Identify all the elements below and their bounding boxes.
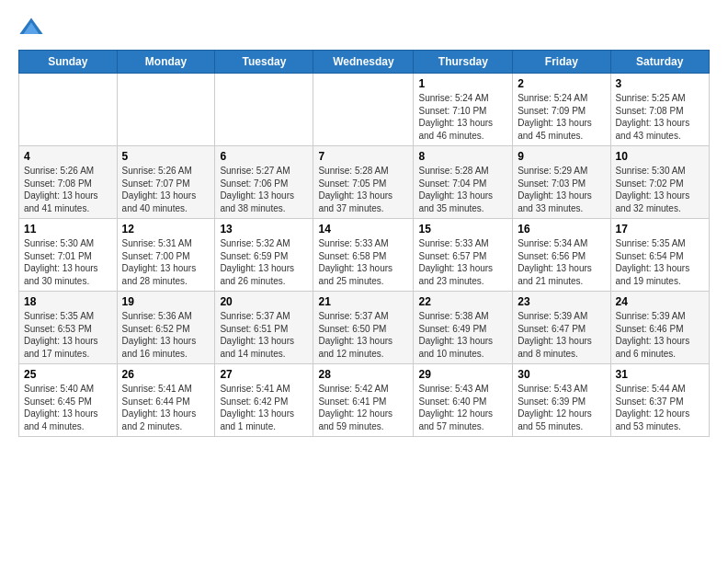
day-cell: 16Sunrise: 5:34 AM Sunset: 6:56 PM Dayli… <box>513 219 610 292</box>
day-cell: 27Sunrise: 5:41 AM Sunset: 6:42 PM Dayli… <box>215 364 313 437</box>
day-number: 30 <box>518 368 605 381</box>
weekday-header-row: SundayMondayTuesdayWednesdayThursdayFrid… <box>19 51 710 74</box>
day-cell: 5Sunrise: 5:26 AM Sunset: 7:07 PM Daylig… <box>117 146 215 219</box>
day-info: Sunrise: 5:28 AM Sunset: 7:05 PM Dayligh… <box>318 165 408 214</box>
day-cell: 18Sunrise: 5:35 AM Sunset: 6:53 PM Dayli… <box>19 292 118 364</box>
day-info: Sunrise: 5:26 AM Sunset: 7:08 PM Dayligh… <box>24 165 112 214</box>
day-number: 19 <box>122 295 210 308</box>
logo-icon <box>18 15 44 40</box>
week-row-4: 18Sunrise: 5:35 AM Sunset: 6:53 PM Dayli… <box>19 292 710 364</box>
day-info: Sunrise: 5:34 AM Sunset: 6:56 PM Dayligh… <box>518 237 605 287</box>
day-info: Sunrise: 5:28 AM Sunset: 7:04 PM Dayligh… <box>418 165 507 214</box>
day-cell: 11Sunrise: 5:30 AM Sunset: 7:01 PM Dayli… <box>19 219 118 292</box>
day-cell: 10Sunrise: 5:30 AM Sunset: 7:02 PM Dayli… <box>610 146 709 219</box>
day-number: 22 <box>418 295 507 308</box>
day-cell: 14Sunrise: 5:33 AM Sunset: 6:58 PM Dayli… <box>313 219 414 292</box>
day-cell: 24Sunrise: 5:39 AM Sunset: 6:46 PM Dayli… <box>610 292 709 364</box>
day-info: Sunrise: 5:36 AM Sunset: 6:52 PM Dayligh… <box>122 310 210 360</box>
day-info: Sunrise: 5:27 AM Sunset: 7:06 PM Dayligh… <box>220 165 308 214</box>
day-number: 23 <box>518 295 605 308</box>
day-cell: 4Sunrise: 5:26 AM Sunset: 7:08 PM Daylig… <box>19 146 118 219</box>
day-number: 5 <box>122 150 210 163</box>
day-number: 6 <box>220 150 308 163</box>
day-cell: 30Sunrise: 5:43 AM Sunset: 6:39 PM Dayli… <box>513 364 610 437</box>
day-number: 20 <box>220 295 308 308</box>
day-info: Sunrise: 5:41 AM Sunset: 6:44 PM Dayligh… <box>122 383 210 432</box>
week-row-5: 25Sunrise: 5:40 AM Sunset: 6:45 PM Dayli… <box>19 364 710 437</box>
day-info: Sunrise: 5:43 AM Sunset: 6:39 PM Dayligh… <box>518 383 605 432</box>
day-number: 14 <box>318 223 408 236</box>
day-cell: 1Sunrise: 5:24 AM Sunset: 7:10 PM Daylig… <box>414 74 513 146</box>
day-cell: 23Sunrise: 5:39 AM Sunset: 6:47 PM Dayli… <box>513 292 610 364</box>
day-cell: 6Sunrise: 5:27 AM Sunset: 7:06 PM Daylig… <box>215 146 313 219</box>
day-cell: 20Sunrise: 5:37 AM Sunset: 6:51 PM Dayli… <box>215 292 313 364</box>
day-number: 4 <box>24 150 112 163</box>
day-number: 26 <box>122 368 210 381</box>
day-number: 27 <box>220 368 308 381</box>
weekday-header-wednesday: Wednesday <box>313 51 414 74</box>
day-info: Sunrise: 5:35 AM Sunset: 6:53 PM Dayligh… <box>24 310 112 360</box>
day-number: 13 <box>220 223 308 236</box>
day-info: Sunrise: 5:35 AM Sunset: 6:54 PM Dayligh… <box>616 237 704 287</box>
weekday-header-monday: Monday <box>117 51 215 74</box>
day-number: 18 <box>24 295 112 308</box>
day-number: 9 <box>518 150 605 163</box>
day-number: 28 <box>318 368 408 381</box>
day-cell: 29Sunrise: 5:43 AM Sunset: 6:40 PM Dayli… <box>414 364 513 437</box>
day-info: Sunrise: 5:44 AM Sunset: 6:37 PM Dayligh… <box>616 383 704 432</box>
day-number: 12 <box>122 223 210 236</box>
day-cell: 9Sunrise: 5:29 AM Sunset: 7:03 PM Daylig… <box>513 146 610 219</box>
header <box>18 15 710 40</box>
day-cell: 7Sunrise: 5:28 AM Sunset: 7:05 PM Daylig… <box>313 146 414 219</box>
day-info: Sunrise: 5:24 AM Sunset: 7:09 PM Dayligh… <box>518 92 605 142</box>
day-number: 15 <box>418 223 507 236</box>
day-number: 25 <box>24 368 112 381</box>
day-number: 10 <box>616 150 704 163</box>
day-info: Sunrise: 5:31 AM Sunset: 7:00 PM Dayligh… <box>122 237 210 287</box>
day-number: 11 <box>24 223 112 236</box>
weekday-header-sunday: Sunday <box>19 51 118 74</box>
day-number: 31 <box>616 368 704 381</box>
day-info: Sunrise: 5:32 AM Sunset: 6:59 PM Dayligh… <box>220 237 308 287</box>
day-number: 8 <box>418 150 507 163</box>
day-number: 1 <box>418 77 507 90</box>
day-cell: 21Sunrise: 5:37 AM Sunset: 6:50 PM Dayli… <box>313 292 414 364</box>
day-cell <box>117 74 215 146</box>
week-row-3: 11Sunrise: 5:30 AM Sunset: 7:01 PM Dayli… <box>19 219 710 292</box>
day-cell: 13Sunrise: 5:32 AM Sunset: 6:59 PM Dayli… <box>215 219 313 292</box>
weekday-header-tuesday: Tuesday <box>215 51 313 74</box>
day-cell: 22Sunrise: 5:38 AM Sunset: 6:49 PM Dayli… <box>414 292 513 364</box>
weekday-header-saturday: Saturday <box>610 51 709 74</box>
day-number: 3 <box>616 77 704 90</box>
day-cell: 3Sunrise: 5:25 AM Sunset: 7:08 PM Daylig… <box>610 74 709 146</box>
day-cell: 15Sunrise: 5:33 AM Sunset: 6:57 PM Dayli… <box>414 219 513 292</box>
day-number: 24 <box>616 295 704 308</box>
week-row-2: 4Sunrise: 5:26 AM Sunset: 7:08 PM Daylig… <box>19 146 710 219</box>
day-cell <box>215 74 313 146</box>
day-number: 2 <box>518 77 605 90</box>
day-cell: 25Sunrise: 5:40 AM Sunset: 6:45 PM Dayli… <box>19 364 118 437</box>
day-cell: 26Sunrise: 5:41 AM Sunset: 6:44 PM Dayli… <box>117 364 215 437</box>
day-cell: 19Sunrise: 5:36 AM Sunset: 6:52 PM Dayli… <box>117 292 215 364</box>
page: SundayMondayTuesdayWednesdayThursdayFrid… <box>0 0 728 446</box>
day-number: 7 <box>318 150 408 163</box>
day-cell: 28Sunrise: 5:42 AM Sunset: 6:41 PM Dayli… <box>313 364 414 437</box>
day-info: Sunrise: 5:42 AM Sunset: 6:41 PM Dayligh… <box>318 383 408 432</box>
day-cell <box>313 74 414 146</box>
day-cell: 31Sunrise: 5:44 AM Sunset: 6:37 PM Dayli… <box>610 364 709 437</box>
weekday-header-thursday: Thursday <box>414 51 513 74</box>
day-info: Sunrise: 5:33 AM Sunset: 6:58 PM Dayligh… <box>318 237 408 287</box>
day-info: Sunrise: 5:25 AM Sunset: 7:08 PM Dayligh… <box>616 92 704 142</box>
day-number: 17 <box>616 223 704 236</box>
calendar-table: SundayMondayTuesdayWednesdayThursdayFrid… <box>18 50 710 437</box>
day-number: 16 <box>518 223 605 236</box>
day-cell: 2Sunrise: 5:24 AM Sunset: 7:09 PM Daylig… <box>513 74 610 146</box>
day-info: Sunrise: 5:43 AM Sunset: 6:40 PM Dayligh… <box>418 383 507 432</box>
day-info: Sunrise: 5:33 AM Sunset: 6:57 PM Dayligh… <box>418 237 507 287</box>
day-number: 29 <box>418 368 507 381</box>
week-row-1: 1Sunrise: 5:24 AM Sunset: 7:10 PM Daylig… <box>19 74 710 146</box>
weekday-header-friday: Friday <box>513 51 610 74</box>
day-info: Sunrise: 5:30 AM Sunset: 7:01 PM Dayligh… <box>24 237 112 287</box>
day-info: Sunrise: 5:30 AM Sunset: 7:02 PM Dayligh… <box>616 165 704 214</box>
day-number: 21 <box>318 295 408 308</box>
